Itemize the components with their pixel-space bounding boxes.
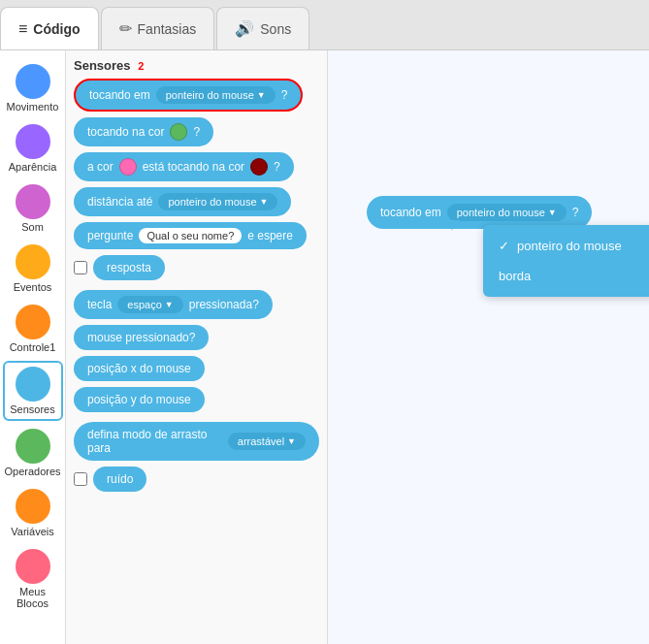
dropdown-popup: ponteiro do mouse borda — [483, 225, 649, 297]
tab-fantasias[interactable]: ✏ Fantasias — [101, 7, 215, 49]
sidebar-item-som[interactable]: Som — [3, 180, 63, 237]
codigo-icon: ≡ — [18, 20, 27, 38]
color-pink-circle[interactable] — [119, 158, 137, 176]
tab-codigo-label: Código — [33, 21, 80, 37]
script-area[interactable]: tocando em ponteiro do mouse ? ponteiro … — [328, 50, 649, 644]
block-palette: Sensores 2 tocando em ponteiro do mouse … — [66, 50, 328, 644]
block-tocando-na-cor[interactable]: tocando na cor ? — [74, 117, 213, 146]
sidebar-item-operadores[interactable]: Operadores — [3, 425, 63, 481]
sidebar-label-som: Som — [21, 221, 44, 233]
tab-fantasias-label: Fantasias — [138, 21, 197, 37]
sidebar-label-aparencia: Aparência — [9, 161, 57, 173]
sidebar-item-meus-blocos[interactable]: Meus Blocos — [3, 545, 63, 613]
fantasias-icon: ✏ — [119, 19, 132, 38]
dropdown-item-ponteiro[interactable]: ponteiro do mouse — [483, 231, 649, 261]
block-ruido-checkbox[interactable] — [74, 472, 87, 486]
block-mouse-pressionado[interactable]: mouse pressionado? — [74, 325, 209, 350]
sidebar: Movimento Aparência Som Eventos Controle… — [0, 50, 66, 644]
canvas-block-suffix: ? — [572, 206, 579, 219]
sensores-dot — [16, 367, 50, 402]
sidebar-item-aparencia[interactable]: Aparência — [3, 120, 63, 177]
meus-blocos-dot — [16, 549, 50, 584]
sidebar-label-movimento: Movimento — [7, 101, 59, 113]
block-posicao-y[interactable]: posição y do mouse — [74, 387, 205, 412]
block-distancia-dropdown[interactable]: ponteiro do mouse — [158, 193, 277, 210]
block-tecla-text: tecla — [87, 298, 112, 311]
block-tocando-na-cor-suffix: ? — [193, 125, 200, 139]
variaveis-dot — [16, 489, 50, 524]
sidebar-item-movimento[interactable]: Movimento — [3, 60, 63, 116]
block-cor-tocando-cor[interactable]: a cor está tocando na cor ? — [74, 152, 294, 181]
canvas-block-dropdown[interactable]: ponteiro do mouse — [447, 204, 567, 221]
eventos-dot — [16, 244, 50, 279]
block-posicao-x[interactable]: posição x do mouse — [74, 356, 205, 381]
sidebar-item-eventos[interactable]: Eventos — [3, 241, 63, 297]
movimento-dot — [16, 64, 50, 99]
block-posicao-x-text: posição x do mouse — [87, 362, 191, 375]
block-resposta[interactable]: resposta — [93, 255, 165, 280]
sidebar-label-controle: Controle1 — [10, 341, 56, 353]
sidebar-label-eventos: Eventos — [14, 281, 52, 293]
block-tocando-em-dropdown[interactable]: ponteiro do mouse — [156, 86, 276, 104]
dropdown-connector — [444, 220, 460, 230]
block-tocando-em-suffix: ? — [281, 88, 288, 102]
color-green-circle[interactable] — [170, 123, 187, 141]
block-defina-dropdown[interactable]: arrastável — [228, 433, 306, 450]
sons-icon: 🔊 — [235, 19, 254, 38]
color-dark-red-circle[interactable] — [250, 158, 268, 176]
block-tocando-em[interactable]: tocando em ponteiro do mouse ? — [74, 79, 303, 112]
controle-dot — [16, 305, 50, 339]
tab-sons[interactable]: 🔊 Sons — [216, 7, 309, 49]
canvas-block-text: tocando em — [380, 206, 441, 219]
block-mouse-pressionado-text: mouse pressionado? — [87, 331, 195, 344]
block-pergunte-text: pergunte — [87, 229, 133, 242]
block-pergunte-suffix: e espere — [247, 229, 293, 242]
dropdown-item-ponteiro-label: ponteiro do mouse — [517, 239, 622, 253]
sidebar-item-controle[interactable]: Controle1 — [3, 301, 63, 357]
tab-codigo[interactable]: ≡ Código — [0, 7, 99, 49]
sidebar-label-variaveis: Variáveis — [11, 526, 53, 537]
block-cor-text2: está tocando na cor — [143, 160, 244, 174]
block-ruido[interactable]: ruído — [93, 467, 146, 492]
operadores-dot — [16, 429, 50, 464]
tab-bar: ≡ Código ✏ Fantasias 🔊 Sons — [0, 0, 649, 50]
block-cor-suffix: ? — [274, 160, 280, 174]
sidebar-label-meus-blocos: Meus Blocos — [7, 586, 59, 609]
block-ruido-row: ruído — [74, 467, 319, 492]
block-ruido-text: ruído — [107, 472, 133, 486]
tab-sons-label: Sons — [260, 21, 291, 37]
block-resposta-checkbox[interactable] — [74, 261, 87, 274]
block-posicao-y-text: posição y do mouse — [87, 393, 191, 406]
block-pergunte-input[interactable]: Qual o seu nome? — [139, 228, 242, 243]
palette-title: Sensores 2 — [74, 58, 319, 73]
aparencia-dot — [16, 124, 50, 159]
block-tocando-na-cor-text: tocando na cor — [87, 125, 164, 139]
block-defina-modo[interactable]: defina modo de arrasto para arrastável — [74, 422, 319, 461]
block-tocando-em-text: tocando em — [89, 88, 150, 102]
som-dot — [16, 184, 50, 219]
block-tecla[interactable]: tecla espaço pressionada? — [74, 290, 273, 319]
block-pergunte[interactable]: pergunte Qual o seu nome? e espere — [74, 222, 307, 249]
sidebar-item-sensores[interactable]: Sensores — [3, 361, 63, 421]
block-resposta-text: resposta — [107, 261, 151, 274]
block-count: 2 — [138, 60, 144, 72]
canvas-block-tocando-em[interactable]: tocando em ponteiro do mouse ? — [367, 196, 592, 229]
sidebar-label-operadores: Operadores — [4, 466, 60, 477]
block-resposta-row: resposta — [74, 255, 319, 280]
dropdown-item-borda[interactable]: borda — [483, 261, 649, 291]
main-content: Movimento Aparência Som Eventos Controle… — [0, 50, 649, 644]
block-distancia-text: distância até — [87, 195, 152, 209]
dropdown-item-borda-label: borda — [499, 269, 531, 283]
block-tecla-suffix: pressionada? — [189, 298, 259, 311]
sidebar-label-sensores: Sensores — [10, 403, 54, 415]
block-distancia-ate[interactable]: distância até ponteiro do mouse — [74, 187, 291, 216]
block-tecla-dropdown[interactable]: espaço — [117, 296, 182, 313]
block-defina-text: defina modo de arrasto para — [87, 428, 222, 455]
sidebar-item-variaveis[interactable]: Variáveis — [3, 485, 63, 541]
block-cor-text1: a cor — [87, 160, 114, 174]
